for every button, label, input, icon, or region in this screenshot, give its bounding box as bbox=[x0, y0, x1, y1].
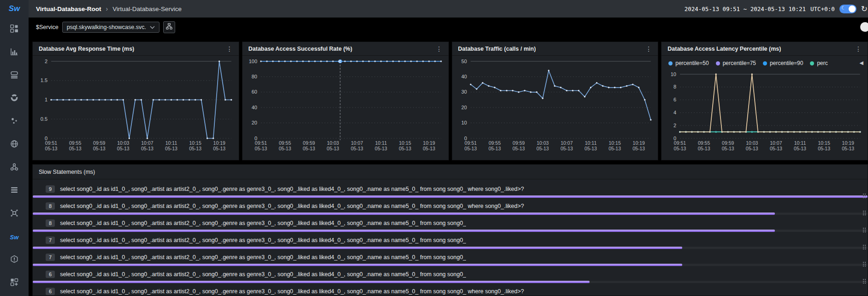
sidebar-item-metrics[interactable] bbox=[5, 41, 24, 64]
svg-text:10:03: 10:03 bbox=[537, 140, 549, 146]
svg-text:05-13: 05-13 bbox=[818, 146, 830, 151]
sidebar-item-gateway[interactable] bbox=[5, 156, 24, 179]
svg-text:10:07: 10:07 bbox=[351, 140, 363, 146]
svg-text:05-13: 05-13 bbox=[303, 146, 315, 151]
slow-statement-value-badge[interactable]: 6 bbox=[46, 288, 55, 295]
slow-statement-value-badge[interactable]: 7 bbox=[46, 237, 55, 244]
slow-statement-value-badge[interactable]: 9 bbox=[46, 185, 55, 193]
svg-text:05-13: 05-13 bbox=[254, 146, 267, 151]
sidebar-item-self-observability[interactable]: Sw bbox=[5, 225, 24, 249]
legend-label: perc bbox=[817, 60, 827, 66]
refresh-icon[interactable]: ↻ bbox=[861, 4, 868, 14]
breadcrumb-current: Virtual-Database-Service bbox=[112, 6, 182, 12]
row-drag-handle-icon[interactable] bbox=[862, 210, 866, 215]
legend-item[interactable]: perc bbox=[810, 60, 827, 66]
slow-statement-bar bbox=[33, 247, 682, 249]
globe-icon bbox=[10, 140, 18, 150]
svg-text:05-13: 05-13 bbox=[327, 146, 339, 151]
svg-text:10:11: 10:11 bbox=[585, 140, 596, 146]
slow-statement-bar-track bbox=[33, 281, 868, 283]
row-drag-handle-icon[interactable] bbox=[862, 193, 866, 198]
topbar-right: 2024-05-13 09:51 ~ 2024-05-13 10:21 UTC+… bbox=[685, 4, 863, 14]
latency-percentile-chart[interactable]: 108642009:5105-1309:5505-1309:5905-1310:… bbox=[661, 69, 868, 155]
svg-text:09:59: 09:59 bbox=[722, 140, 734, 146]
slow-statement-sql[interactable]: select song0_.id as id1_0_, song0_.artis… bbox=[60, 203, 524, 209]
floating-action-button[interactable] bbox=[860, 22, 868, 32]
theme-toggle[interactable]: ☾ bbox=[839, 5, 856, 13]
filter-bar: $Service psql.skywalking-showcase.svc. bbox=[29, 18, 868, 37]
sidebar-item-alerting[interactable] bbox=[5, 249, 24, 272]
svg-text:05-13: 05-13 bbox=[351, 146, 363, 151]
svg-text:05-13: 05-13 bbox=[141, 146, 154, 151]
sidebar-item-virtual-database[interactable] bbox=[5, 179, 24, 202]
time-range-picker[interactable]: 2024-05-13 09:51 ~ 2024-05-13 10:21 bbox=[685, 6, 806, 12]
skywalking-logo[interactable]: Sw bbox=[9, 4, 20, 13]
svg-text:10:11: 10:11 bbox=[375, 140, 387, 146]
svg-text:4: 4 bbox=[673, 110, 676, 115]
topology-shortcut-button[interactable] bbox=[163, 21, 175, 33]
successful-rate-chart[interactable]: 10080604020009:5105-1309:5505-1309:5905-… bbox=[242, 56, 449, 155]
sidebar-item-faas[interactable] bbox=[5, 110, 24, 133]
svg-text:05-13: 05-13 bbox=[674, 146, 686, 151]
slow-statement-value-badge[interactable]: 6 bbox=[46, 271, 55, 278]
slow-statement-value-badge[interactable]: 8 bbox=[46, 202, 55, 210]
svg-text:20: 20 bbox=[252, 120, 257, 125]
kebab-menu-icon[interactable]: ⋮ bbox=[854, 45, 863, 53]
svg-text:05-13: 05-13 bbox=[93, 146, 106, 151]
svg-text:60: 60 bbox=[252, 89, 257, 95]
svg-text:1.5: 1.5 bbox=[41, 77, 47, 83]
svg-text:05-13: 05-13 bbox=[608, 146, 621, 151]
sidebar-item-settings[interactable] bbox=[5, 272, 24, 295]
slow-statement-bar bbox=[33, 230, 775, 232]
row-drag-handle-icon[interactable] bbox=[862, 244, 866, 249]
legend-label: percentile=50 bbox=[675, 60, 709, 66]
svg-text:2: 2 bbox=[45, 59, 47, 64]
sidebar-item-mq[interactable] bbox=[5, 202, 24, 225]
row-drag-handle-icon[interactable] bbox=[862, 261, 866, 266]
slow-statement-value-badge[interactable]: 8 bbox=[46, 219, 55, 227]
avg-response-time-chart[interactable]: 21.510.5009:5105-1309:5505-1309:5905-131… bbox=[33, 56, 239, 155]
row-drag-handle-icon[interactable] bbox=[862, 227, 866, 232]
slow-statement-sql[interactable]: select song0_.id as id1_0_, song0_.artis… bbox=[60, 220, 466, 226]
sidebar-item-database[interactable] bbox=[5, 64, 24, 87]
breadcrumb-root[interactable]: Virtual-Database-Root bbox=[36, 6, 101, 12]
sidebar-item-dashboard[interactable] bbox=[5, 18, 24, 41]
kebab-menu-icon[interactable]: ⋮ bbox=[435, 45, 444, 53]
svg-text:09:59: 09:59 bbox=[93, 140, 105, 146]
svg-text:40: 40 bbox=[252, 105, 257, 110]
svg-text:10:11: 10:11 bbox=[794, 140, 806, 146]
legend-item[interactable]: percentile=75 bbox=[716, 60, 756, 66]
svg-text:10:07: 10:07 bbox=[561, 140, 573, 146]
svg-text:10:19: 10:19 bbox=[632, 140, 644, 146]
slow-statement-sql[interactable]: select song0_.id as id1_0_, song0_.artis… bbox=[60, 254, 466, 260]
kebab-menu-icon[interactable]: ⋮ bbox=[225, 45, 234, 53]
legend-item[interactable]: percentile=50 bbox=[668, 60, 709, 66]
sidebar-item-browser[interactable] bbox=[5, 133, 24, 156]
svg-text:05-13: 05-13 bbox=[488, 146, 501, 151]
svg-text:05-13: 05-13 bbox=[560, 146, 573, 151]
svg-text:8: 8 bbox=[673, 84, 676, 89]
svg-text:10:07: 10:07 bbox=[141, 140, 153, 146]
kebab-menu-icon[interactable]: ⋮ bbox=[644, 45, 653, 53]
svg-text:09:59: 09:59 bbox=[303, 140, 315, 146]
svg-text:05-13: 05-13 bbox=[770, 146, 782, 151]
slow-statements-title: Slow Statements (ms) bbox=[39, 169, 95, 175]
slow-statement-value-badge[interactable]: 7 bbox=[46, 254, 55, 261]
slow-statement-sql[interactable]: select song0_.id as id1_0_, song0_.artis… bbox=[60, 288, 524, 295]
traffic-chart[interactable]: 5040302010009:5105-1309:5505-1309:5905-1… bbox=[452, 56, 658, 155]
row-drag-handle-icon[interactable] bbox=[862, 278, 866, 284]
sidebar-item-service-mesh[interactable] bbox=[5, 87, 24, 110]
slow-statement-row: 6select song0_.id as id1_0_, song0_.arti… bbox=[33, 269, 868, 286]
svg-text:10: 10 bbox=[461, 120, 466, 125]
doughnut-icon bbox=[10, 94, 18, 104]
legend-prev-icon[interactable]: ◀ bbox=[858, 60, 863, 66]
slow-statement-sql[interactable]: select song0_.id as id1_0_, song0_.artis… bbox=[60, 186, 524, 192]
grid-plus-icon bbox=[10, 278, 18, 288]
slow-statement-sql[interactable]: select song0_.id as id1_0_, song0_.artis… bbox=[60, 237, 466, 243]
legend-item[interactable]: percentile=90 bbox=[763, 60, 803, 66]
slow-statement-sql[interactable]: select song0_.id as id1_0_, song0_.artis… bbox=[60, 271, 466, 278]
svg-text:05-13: 05-13 bbox=[536, 146, 549, 151]
scatter-dots-icon bbox=[10, 117, 18, 127]
charts-row: Database Avg Response Time (ms) ⋮ 21.510… bbox=[32, 41, 868, 160]
service-select[interactable]: psql.skywalking-showcase.svc. bbox=[62, 22, 159, 33]
